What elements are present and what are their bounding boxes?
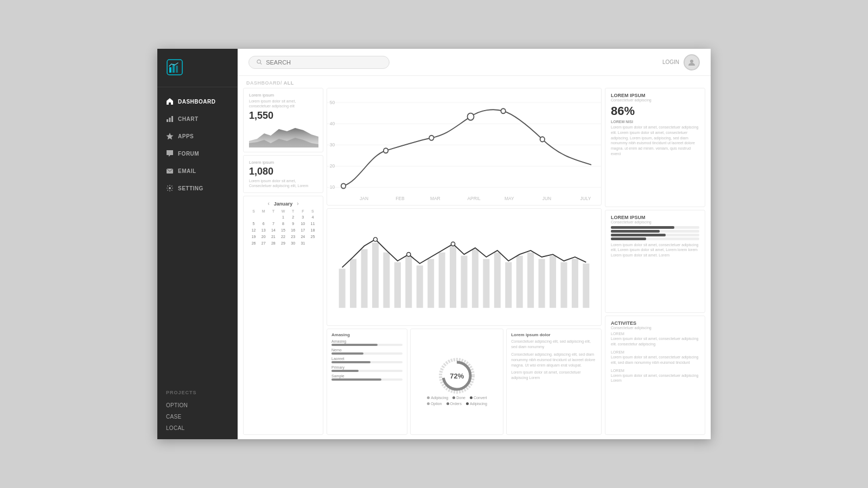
calendar-header: ‹ January › <box>249 201 317 207</box>
svg-text:FEB: FEB <box>395 196 404 201</box>
donut-percent: 72% <box>450 372 464 380</box>
svg-text:30: 30 <box>330 142 335 147</box>
activity-item-1: LOREM Lorem ipsum dolor sit amet, consec… <box>611 332 699 347</box>
svg-text:20: 20 <box>330 163 335 169</box>
svg-rect-39 <box>350 259 356 308</box>
svg-rect-5 <box>169 118 171 122</box>
sidebar-item-setting[interactable]: SETTING <box>157 179 238 197</box>
svg-rect-57 <box>550 256 556 308</box>
right-card2-subtitle: Consectetuer adipiscing <box>611 220 699 224</box>
svg-rect-49 <box>461 256 467 308</box>
svg-point-35 <box>468 113 474 120</box>
right-card2-title: LOREM IPSUM <box>611 215 699 220</box>
svg-text:10: 10 <box>330 184 335 190</box>
svg-rect-45 <box>417 266 423 308</box>
search-input[interactable] <box>266 59 381 66</box>
svg-rect-6 <box>171 116 173 122</box>
donut-card: 72% Adipiscing Done Convert Option Order… <box>410 329 503 435</box>
svg-rect-53 <box>505 262 512 308</box>
svg-point-37 <box>540 137 545 142</box>
svg-rect-60 <box>583 264 589 308</box>
user-avatar[interactable] <box>684 54 700 70</box>
projects-section: PROJECTS OPTION CASE LOCAL <box>157 382 238 439</box>
home-icon <box>166 98 174 105</box>
svg-rect-38 <box>339 269 346 308</box>
sidebar: DASHBOARD CHART APPS FORUM <box>157 49 238 439</box>
sidebar-item-apps[interactable]: APPS <box>157 127 238 145</box>
right-card2-body: Lorem ipsum dolor sit amet, consectetuer… <box>611 242 699 258</box>
activity-item-2: LOREM Lorem ipsum dolor sit amet, consec… <box>611 350 699 365</box>
svg-point-62 <box>451 242 455 246</box>
main-content: LOGIN DASHBOARD/ ALL L <box>238 49 711 439</box>
svg-point-36 <box>501 108 505 113</box>
prog-row-5: Sample <box>331 374 403 381</box>
svg-text:MAY: MAY <box>505 196 514 201</box>
svg-line-11 <box>260 63 261 64</box>
right-card-3: ACTIVITES Consectetuer adipiscing LOREM … <box>605 316 705 435</box>
app-container: DASHBOARD CHART APPS FORUM <box>157 49 711 439</box>
sidebar-item-email[interactable]: EMAIL <box>157 162 238 179</box>
search-box[interactable] <box>248 56 390 69</box>
project-item-local[interactable]: LOCAL <box>166 422 229 434</box>
card1-value: 1,550 <box>249 110 317 121</box>
project-item-option[interactable]: OPTION <box>166 400 229 411</box>
svg-text:JULY: JULY <box>580 196 591 201</box>
svg-rect-55 <box>527 253 534 308</box>
gear-icon <box>166 184 174 192</box>
svg-point-33 <box>384 148 388 153</box>
projects-title: PROJECTS <box>166 390 229 395</box>
svg-text:APRIL: APRIL <box>468 196 481 201</box>
svg-rect-56 <box>539 259 545 308</box>
project-item-case[interactable]: CASE <box>166 411 229 422</box>
svg-rect-4 <box>167 119 168 122</box>
sidebar-nav: DASHBOARD CHART APPS FORUM <box>157 87 238 382</box>
svg-rect-54 <box>516 256 523 308</box>
prog-row-4: Primary <box>331 365 403 372</box>
sidebar-item-chart[interactable]: CHART <box>157 110 238 127</box>
calendar-prev[interactable]: ‹ <box>267 201 269 207</box>
svg-rect-44 <box>405 256 412 308</box>
stat-card-1: Lorem ipsum Lorem ipsum dolor sit amet, … <box>243 88 323 152</box>
svg-rect-52 <box>494 253 501 308</box>
svg-point-32 <box>341 183 346 188</box>
svg-rect-50 <box>472 249 478 308</box>
dashboard-content: DASHBOARD/ ALL Lorem ipsum Lorem ipsum d… <box>238 76 711 439</box>
svg-rect-51 <box>483 259 489 308</box>
right-card1-label: LOREM NISI <box>611 120 699 124</box>
bar-row-3 <box>611 234 699 236</box>
app-logo-icon <box>166 59 183 76</box>
svg-rect-59 <box>572 259 578 308</box>
login-label: LOGIN <box>662 59 679 65</box>
svg-rect-41 <box>372 243 379 308</box>
bar-line-chart <box>327 208 602 326</box>
email-icon <box>166 167 174 175</box>
sidebar-item-dashboard[interactable]: DASHBOARD <box>157 93 238 110</box>
svg-rect-46 <box>427 259 434 308</box>
svg-text:JAN: JAN <box>360 196 368 201</box>
stat-card-2: Lorem ipsum 1,080 Lorem ipsum dolor sit … <box>243 155 323 193</box>
progress-section-title: Amasing <box>331 332 403 337</box>
bottom-right-text-card: Lorem ipsum dolor Consectetuer adipiscin… <box>506 329 602 435</box>
chat-icon <box>166 150 174 157</box>
mountain-chart <box>249 124 317 147</box>
user-icon <box>687 58 696 67</box>
calendar-month: January <box>274 201 293 207</box>
prog-row-3: Laoreet <box>331 357 403 363</box>
bar-line-chart-svg <box>327 209 601 325</box>
right-card1-body: Lorem ipsum dolor sit amet, consectetuer… <box>611 125 699 157</box>
svg-rect-40 <box>361 249 368 308</box>
sidebar-item-forum[interactable]: FORUM <box>157 145 238 162</box>
card2-value: 1,080 <box>249 166 317 177</box>
svg-rect-3 <box>176 66 178 73</box>
donut-chart: 72% <box>438 357 476 395</box>
bar-row-2 <box>611 230 699 233</box>
line-chart-top: 50 40 30 20 10 JAN FEB MAR APRIL MAY JUN <box>327 88 602 206</box>
svg-text:JUN: JUN <box>542 196 551 201</box>
svg-rect-48 <box>450 246 456 308</box>
calendar-grid: S M T W T F S . . . 1 2 <box>249 209 317 246</box>
search-icon <box>257 59 262 65</box>
svg-text:MAR: MAR <box>430 196 441 201</box>
prog-row-2: Nemo <box>331 348 403 355</box>
top-bar-right: LOGIN <box>662 54 700 70</box>
calendar-next[interactable]: › <box>297 201 298 207</box>
